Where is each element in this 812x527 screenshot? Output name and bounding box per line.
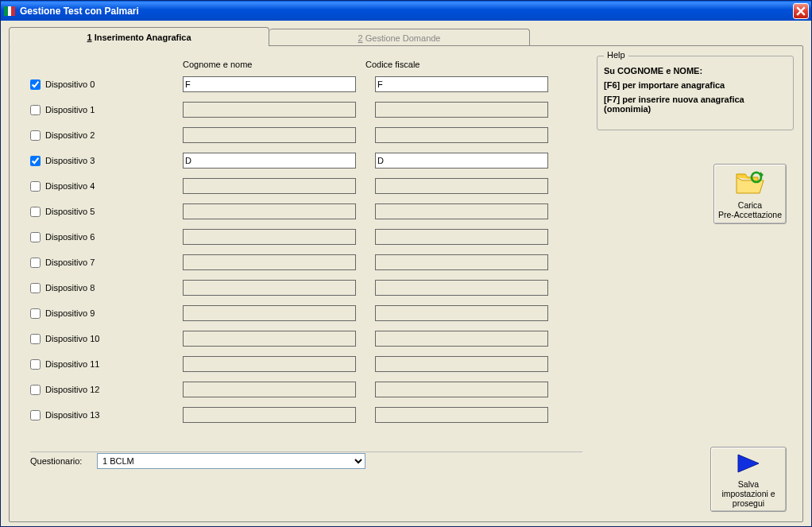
carica-pre-accettazione-button[interactable]: Carica Pre-Accettazione — [713, 164, 787, 224]
devices-column: Cognome e nome Codice fiscale Dispositiv… — [30, 56, 582, 469]
cognome-nome-input[interactable] — [183, 331, 356, 347]
questionario-row: Questionario: 1 BCLM — [30, 442, 582, 469]
tab-container: 1 Inserimento Anagrafica 2 Gestione Doma… — [9, 29, 803, 523]
prosegui-label: Salva impostazioni e prosegui — [714, 479, 783, 508]
cognome-nome-input[interactable] — [183, 178, 356, 194]
device-check-label[interactable]: Dispositivo 13 — [30, 410, 183, 420]
help-line-3: [F7] per inserire nuova anagrafica (omon… — [604, 95, 787, 114]
device-checkbox[interactable] — [30, 283, 41, 293]
help-column: Help Su COGNOME e NOME: [F6] per importa… — [597, 56, 794, 469]
cognome-nome-input[interactable] — [183, 254, 356, 270]
device-checkbox[interactable] — [30, 207, 41, 217]
codice-fiscale-input[interactable] — [375, 254, 548, 270]
device-label: Dispositivo 10 — [45, 334, 99, 343]
codice-fiscale-input[interactable] — [375, 407, 548, 423]
device-row: Dispositivo 8 — [30, 275, 582, 300]
device-check-label[interactable]: Dispositivo 4 — [30, 181, 183, 192]
codice-fiscale-input[interactable] — [375, 331, 548, 347]
window-title: Gestione Test con Palmari — [20, 6, 793, 17]
device-check-label[interactable]: Dispositivo 11 — [30, 359, 183, 370]
codice-fiscale-input[interactable] — [375, 153, 548, 169]
device-label: Dispositivo 4 — [45, 181, 95, 191]
device-check-label[interactable]: Dispositivo 2 — [30, 130, 183, 141]
device-checkbox[interactable] — [30, 359, 41, 370]
help-legend: Help — [604, 50, 628, 60]
device-checkbox[interactable] — [30, 130, 41, 141]
device-label: Dispositivo 12 — [45, 385, 99, 394]
device-check-label[interactable]: Dispositivo 8 — [30, 283, 183, 293]
questionario-select[interactable]: 1 BCLM — [97, 453, 365, 469]
device-check-label[interactable]: Dispositivo 12 — [30, 385, 183, 395]
questionario-label: Questionario: — [30, 456, 97, 466]
codice-fiscale-input[interactable] — [375, 382, 548, 397]
device-check-label[interactable]: Dispositivo 0 — [30, 79, 183, 90]
tab-inserimento-anagrafica[interactable]: 1 Inserimento Anagrafica — [9, 27, 269, 46]
cognome-nome-input[interactable] — [183, 305, 356, 321]
device-row: Dispositivo 0 — [30, 72, 582, 97]
device-check-label[interactable]: Dispositivo 3 — [30, 156, 183, 166]
tab-body: Cognome e nome Codice fiscale Dispositiv… — [9, 45, 803, 522]
device-checkbox[interactable] — [30, 232, 41, 242]
device-checkbox[interactable] — [30, 385, 41, 395]
tab-gestione-domande[interactable]: 2 Gestione Domande — [269, 29, 530, 46]
window: Gestione Test con Palmari 1 Inserimento … — [0, 0, 812, 527]
codice-fiscale-input[interactable] — [375, 356, 548, 372]
device-label: Dispositivo 5 — [45, 207, 95, 216]
device-checkbox[interactable] — [30, 308, 41, 319]
close-icon — [796, 6, 806, 16]
device-row: Dispositivo 11 — [30, 351, 582, 377]
cognome-nome-input[interactable] — [183, 356, 356, 372]
device-checkbox[interactable] — [30, 79, 41, 90]
cognome-nome-input[interactable] — [183, 76, 356, 92]
device-label: Dispositivo 2 — [45, 130, 95, 140]
device-check-label[interactable]: Dispositivo 7 — [30, 258, 183, 268]
cognome-nome-input[interactable] — [183, 203, 356, 219]
salva-prosegui-button[interactable]: Salva impostazioni e prosegui — [710, 447, 787, 512]
client-area: 1 Inserimento Anagrafica 2 Gestione Doma… — [1, 21, 811, 526]
codice-fiscale-input[interactable] — [375, 76, 548, 92]
device-check-label[interactable]: Dispositivo 6 — [30, 232, 183, 242]
device-checkbox[interactable] — [30, 410, 41, 420]
codice-fiscale-input[interactable] — [375, 203, 548, 219]
folder-open-icon — [734, 169, 766, 198]
codice-fiscale-input[interactable] — [375, 178, 548, 194]
cognome-nome-input[interactable] — [183, 127, 356, 143]
device-checkbox[interactable] — [30, 181, 41, 192]
main-grid: Cognome e nome Codice fiscale Dispositiv… — [30, 56, 791, 469]
device-check-label[interactable]: Dispositivo 1 — [30, 105, 183, 115]
close-button[interactable] — [793, 3, 809, 19]
header-codice-fiscale: Codice fiscale — [365, 60, 548, 69]
titlebar: Gestione Test con Palmari — [1, 1, 811, 21]
device-checkbox[interactable] — [30, 258, 41, 268]
device-label: Dispositivo 0 — [45, 79, 95, 89]
codice-fiscale-input[interactable] — [375, 127, 548, 143]
device-checkbox[interactable] — [30, 105, 41, 115]
codice-fiscale-input[interactable] — [375, 229, 548, 245]
device-label: Dispositivo 13 — [45, 410, 99, 420]
cognome-nome-input[interactable] — [183, 153, 356, 169]
device-check-label[interactable]: Dispositivo 9 — [30, 308, 183, 319]
device-check-label[interactable]: Dispositivo 5 — [30, 207, 183, 217]
header-cognome-nome: Cognome e nome — [183, 60, 365, 69]
tab-header: 1 Inserimento Anagrafica 2 Gestione Doma… — [9, 29, 803, 46]
codice-fiscale-input[interactable] — [375, 280, 548, 296]
cognome-nome-input[interactable] — [183, 382, 356, 397]
help-line-1: Su COGNOME e NOME: — [604, 66, 787, 76]
device-row: Dispositivo 4 — [30, 173, 582, 199]
device-label: Dispositivo 1 — [45, 105, 95, 114]
cognome-nome-input[interactable] — [183, 229, 356, 245]
carica-label: Carica Pre-Accettazione — [718, 200, 782, 219]
device-row: Dispositivo 2 — [30, 122, 582, 148]
device-row: Dispositivo 1 — [30, 97, 582, 122]
cognome-nome-input[interactable] — [183, 102, 356, 118]
device-row: Dispositivo 3 — [30, 148, 582, 173]
device-checkbox[interactable] — [30, 334, 41, 344]
codice-fiscale-input[interactable] — [375, 305, 548, 321]
device-row: Dispositivo 9 — [30, 300, 582, 326]
cognome-nome-input[interactable] — [183, 280, 356, 296]
device-label: Dispositivo 7 — [45, 258, 95, 267]
device-check-label[interactable]: Dispositivo 10 — [30, 334, 183, 344]
cognome-nome-input[interactable] — [183, 407, 356, 423]
device-checkbox[interactable] — [30, 156, 41, 166]
codice-fiscale-input[interactable] — [375, 102, 548, 118]
